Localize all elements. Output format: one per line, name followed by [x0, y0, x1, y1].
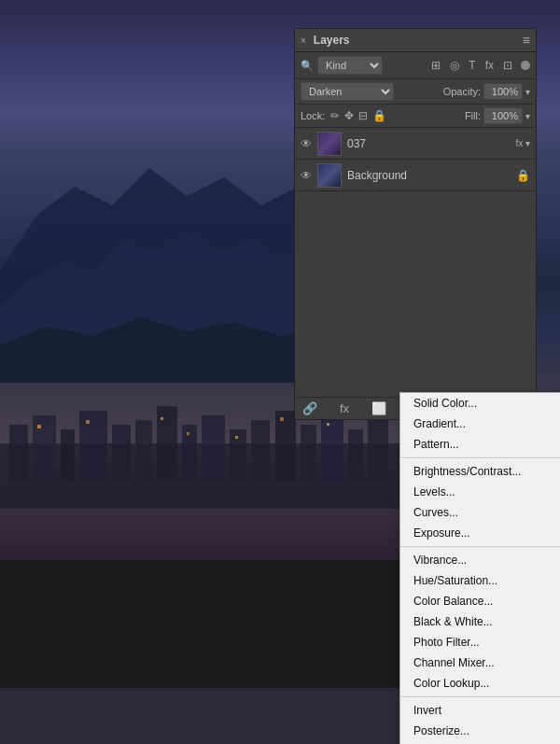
menu-item-exposure[interactable]: Exposure...: [400, 523, 560, 543]
menu-item-invert[interactable]: Invert: [400, 700, 560, 721]
fill-arrow: ▾: [525, 111, 530, 121]
layer-name-background: Background: [347, 169, 512, 182]
opacity-value[interactable]: 100%: [483, 83, 523, 100]
layer-name-037: 037: [347, 137, 511, 150]
menu-item-hue-saturation[interactable]: Hue/Saturation...: [400, 570, 560, 591]
filter-adjust-icon[interactable]: ◎: [447, 58, 462, 73]
lock-row: Lock: ✏ ✥ ⊟ 🔒 Fill: 100% ▾: [295, 105, 536, 128]
filter-row: 🔍 Kind Name ⊞ ◎ T fx ⊡: [295, 52, 536, 79]
menu-separator-3: [400, 696, 560, 697]
layer-fx-037: fx ▾: [515, 138, 530, 148]
svg-rect-16: [301, 425, 316, 481]
filter-smart-icon[interactable]: ⊡: [500, 58, 515, 73]
menu-item-posterize[interactable]: Posterize...: [400, 721, 560, 741]
svg-rect-6: [61, 429, 75, 481]
filter-kind-select[interactable]: Kind Name: [317, 56, 383, 75]
svg-rect-4: [9, 425, 28, 481]
lock-icons: ✏ ✥ ⊟ 🔒: [330, 109, 386, 122]
svg-rect-22: [161, 417, 163, 420]
panel-menu-icon[interactable]: ≡: [523, 33, 530, 48]
menu-item-photo-filter[interactable]: Photo Filter...: [400, 632, 560, 653]
svg-rect-15: [275, 411, 296, 481]
panel-title: Layers: [306, 34, 523, 47]
blend-mode-row: Darken Normal Multiply Opacity: 100% ▾: [295, 79, 536, 105]
svg-rect-20: [37, 425, 41, 428]
menu-separator-2: [400, 546, 560, 547]
lock-pixel-icon[interactable]: ✏: [330, 109, 340, 122]
eye-icon-background[interactable]: 👁: [301, 169, 312, 182]
bottom-dark-area: [0, 688, 401, 744]
lock-label: Lock:: [301, 110, 325, 121]
svg-rect-14: [251, 420, 270, 481]
menu-item-pattern[interactable]: Pattern...: [400, 434, 560, 455]
menu-item-curves[interactable]: Curves...: [400, 502, 560, 523]
filter-active-dot: [521, 61, 530, 70]
menu-separator-1: [400, 457, 560, 458]
menu-item-brightness-contrast[interactable]: Brightness/Contrast...: [400, 461, 560, 482]
svg-rect-23: [187, 432, 189, 435]
opacity-group: Opacity: 100% ▾: [443, 83, 530, 100]
layer-lock-background: 🔒: [516, 169, 530, 182]
svg-rect-5: [33, 415, 56, 481]
eye-icon-037[interactable]: 👁: [301, 137, 312, 150]
opacity-label: Opacity:: [443, 86, 481, 97]
filter-icons: ⊞ ◎ T fx ⊡: [428, 58, 515, 73]
lock-position-icon[interactable]: ✥: [344, 109, 354, 122]
add-mask-icon[interactable]: ⬜: [371, 401, 386, 415]
fill-group: Fill: 100% ▾: [465, 107, 530, 124]
fill-label: Fill:: [465, 110, 481, 121]
layer-thumbnail-037: [317, 132, 342, 156]
menu-item-gradient[interactable]: Gradient...: [400, 414, 560, 434]
layer-row-background[interactable]: 👁 Background 🔒: [295, 160, 536, 191]
add-layer-style-icon[interactable]: fx: [340, 401, 349, 415]
filter-shape-icon[interactable]: fx: [483, 58, 497, 73]
svg-rect-8: [112, 425, 131, 481]
layer-empty-area: [295, 191, 536, 397]
svg-rect-12: [202, 415, 225, 481]
filter-pixel-icon[interactable]: ⊞: [428, 58, 443, 73]
svg-rect-18: [348, 429, 363, 481]
panel-titlebar: × Layers ≡: [295, 29, 536, 52]
fill-value[interactable]: 100%: [483, 107, 523, 124]
svg-rect-10: [157, 406, 177, 481]
lock-all-icon[interactable]: 🔒: [372, 109, 386, 122]
menu-item-color-balance[interactable]: Color Balance...: [400, 591, 560, 611]
menu-item-black-white[interactable]: Black & White...: [400, 611, 560, 632]
context-menu: Solid Color... Gradient... Pattern... Br…: [399, 392, 560, 744]
svg-rect-25: [280, 417, 284, 421]
svg-rect-7: [79, 411, 107, 481]
search-icon: 🔍: [301, 60, 314, 72]
svg-rect-19: [368, 420, 388, 481]
lock-artboard-icon[interactable]: ⊟: [358, 109, 368, 122]
menu-item-levels[interactable]: Levels...: [400, 482, 560, 502]
menu-item-color-lookup[interactable]: Color Lookup...: [400, 673, 560, 694]
opacity-arrow: ▾: [525, 87, 530, 97]
layers-panel: × Layers ≡ 🔍 Kind Name ⊞ ◎ T fx ⊡ Darken…: [294, 28, 537, 420]
layer-row-037[interactable]: 👁 037 fx ▾: [295, 128, 536, 160]
svg-rect-17: [321, 415, 343, 481]
filter-type-icon[interactable]: T: [466, 58, 478, 73]
layer-thumbnail-background: [317, 163, 342, 188]
svg-rect-24: [235, 436, 238, 439]
menu-item-solid-color[interactable]: Solid Color...: [400, 393, 560, 414]
menu-item-channel-mixer[interactable]: Channel Mixer...: [400, 653, 560, 673]
svg-rect-21: [86, 420, 90, 424]
blend-mode-select[interactable]: Darken Normal Multiply: [301, 82, 394, 101]
svg-rect-26: [327, 423, 329, 426]
link-layers-icon[interactable]: 🔗: [302, 401, 317, 415]
thumb-overlay-037: [318, 133, 341, 155]
menu-item-vibrance[interactable]: Vibrance...: [400, 550, 560, 570]
svg-rect-9: [135, 420, 152, 481]
